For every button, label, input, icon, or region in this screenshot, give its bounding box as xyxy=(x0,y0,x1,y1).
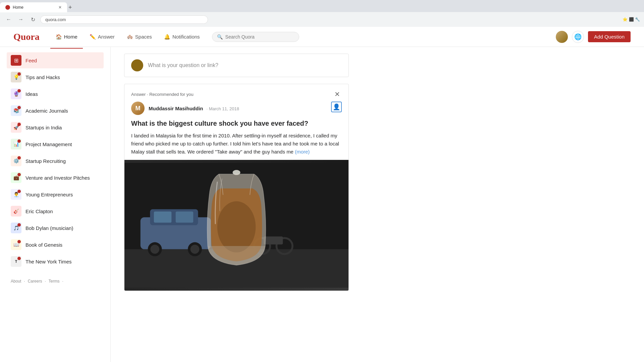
answer-close-button[interactable]: ✕ xyxy=(332,89,342,99)
sidebar-item-recruiting[interactable]: ⚙️ Startup Recruiting xyxy=(7,153,104,169)
answer-type-label: Answer · Recommended for you xyxy=(131,92,194,97)
feed-icon: ⊞ xyxy=(11,55,21,66)
young-entrepreneurs-icon: 👨‍💼 xyxy=(11,189,21,200)
footer-separator2: · xyxy=(45,279,46,284)
sidebar-item-eric-clapton[interactable]: 🎸 Eric Clapton xyxy=(7,203,104,219)
svg-rect-4 xyxy=(154,212,171,223)
answer-author-details: Muddassir Masihuddin · March 11, 2018 xyxy=(149,106,239,111)
sidebar-ideas-label: Ideas xyxy=(25,91,38,97)
globe-icon: 🌐 xyxy=(574,33,582,41)
browser-actions: ⭐ ⬛ 🔧 xyxy=(623,17,640,22)
quora-logo[interactable]: Quora xyxy=(13,32,40,42)
footer-separator1: · xyxy=(24,279,25,284)
follow-icon: 👤 xyxy=(333,103,340,111)
answer-author-name[interactable]: Muddassir Masihuddin xyxy=(149,106,203,111)
sidebar-genesis-label: Book of Genesis xyxy=(25,242,62,248)
footer-about[interactable]: About xyxy=(11,279,21,284)
language-button[interactable]: 🌐 xyxy=(572,31,584,43)
nav-notifications-label: Notifications xyxy=(172,34,200,40)
tips-hacks-icon: 💡 xyxy=(11,72,21,82)
main-layout: ⊞ Feed 💡 Tips and Hacks 🔮 xyxy=(0,47,644,362)
browser-action-icons: ⭐ ⬛ 🔧 xyxy=(623,17,640,22)
search-icon: 🔍 xyxy=(217,34,223,40)
eric-clapton-icon: 🎸 xyxy=(11,206,21,217)
bell-icon: 🔔 xyxy=(164,34,170,40)
nav-answer-label: Answer xyxy=(98,34,115,40)
sidebar-item-feed[interactable]: ⊞ Feed xyxy=(7,52,104,68)
answer-more-link[interactable]: (more) xyxy=(295,149,310,155)
browser-tab[interactable]: Home ✕ xyxy=(0,2,67,12)
answer-author-avatar: M xyxy=(131,102,145,115)
add-question-button[interactable]: Add Question xyxy=(588,31,631,42)
forward-button[interactable]: → xyxy=(16,15,25,24)
footer-terms[interactable]: Terms xyxy=(49,279,60,284)
svg-rect-12 xyxy=(264,236,283,244)
startups-icon: 🚀 xyxy=(11,122,21,133)
sidebar-startups-label: Startups in India xyxy=(25,125,62,130)
back-button[interactable]: ← xyxy=(4,15,13,24)
nav-home[interactable]: 🏠 Home xyxy=(50,31,83,43)
sidebar-footer: About · Careers · Terms · xyxy=(7,276,104,286)
tab-favicon xyxy=(5,5,10,10)
sidebar-item-ideas[interactable]: 🔮 Ideas xyxy=(7,86,104,102)
answer-author-info: M Muddassir Masihuddin · March 11, 2018 xyxy=(131,102,239,115)
user-avatar-button[interactable] xyxy=(556,31,568,43)
new-tab-button[interactable]: + xyxy=(68,4,72,11)
sidebar-tips-label: Tips and Hacks xyxy=(25,74,60,80)
svg-rect-5 xyxy=(176,212,193,223)
sidebar-eric-label: Eric Clapton xyxy=(25,208,53,214)
sidebar-item-young-entrepreneurs[interactable]: 👨‍💼 Young Entrepreneurs xyxy=(7,186,104,202)
refresh-button[interactable]: ↻ xyxy=(28,15,38,24)
nyt-icon: T xyxy=(11,256,21,267)
svg-point-14 xyxy=(217,201,256,252)
nav-answer[interactable]: ✏️ Answer xyxy=(84,31,120,43)
answer-follow-button[interactable]: 👤 xyxy=(331,102,342,112)
footer-links: About · Careers · Terms · xyxy=(11,279,100,284)
academic-icon: 📚 xyxy=(11,105,21,116)
svg-point-7 xyxy=(150,245,159,254)
answer-image-svg xyxy=(124,160,348,291)
sidebar: ⊞ Feed 💡 Tips and Hacks 🔮 xyxy=(0,47,111,362)
answer-icon: ✏️ xyxy=(90,34,96,40)
post-question-box[interactable]: What is your question or link? xyxy=(124,54,349,77)
footer-separator3: · xyxy=(62,279,63,284)
venture-icon: 💼 xyxy=(11,172,21,183)
answer-card: Answer · Recommended for you ✕ M Muddass… xyxy=(124,84,349,291)
answer-text: I landed in Malaysia for the first time … xyxy=(124,132,348,160)
search-input[interactable] xyxy=(225,34,294,40)
sidebar-venture-label: Venture and Investor Pitches xyxy=(25,175,90,181)
footer-careers[interactable]: Careers xyxy=(28,279,42,284)
ideas-icon: 🔮 xyxy=(11,88,21,99)
sidebar-item-book-genesis[interactable]: 📖 Book of Genesis xyxy=(7,237,104,253)
header-nav: 🏠 Home ✏️ Answer 🏘️ Spaces 🔔 Notificatio… xyxy=(50,31,205,43)
sidebar-recruiting-label: Startup Recruiting xyxy=(25,158,66,164)
post-author-avatar xyxy=(131,59,143,71)
sidebar-item-bob-dylan[interactable]: 🎵 Bob Dylan (musician) xyxy=(7,220,104,236)
url-text: quora.com xyxy=(45,17,66,22)
sidebar-item-nyt[interactable]: T The New York Times xyxy=(7,253,104,269)
nav-notifications[interactable]: 🔔 Notifications xyxy=(159,31,205,43)
sidebar-item-tips-hacks[interactable]: 💡 Tips and Hacks xyxy=(7,69,104,85)
tab-close-button[interactable]: ✕ xyxy=(58,5,62,10)
svg-point-9 xyxy=(191,245,200,254)
sidebar-item-project-mgmt[interactable]: 📊 Project Management xyxy=(7,136,104,152)
answer-question[interactable]: What is the biggest culture shock you ha… xyxy=(124,119,348,132)
address-bar[interactable]: quora.com xyxy=(40,15,208,24)
header-right: 🌐 Add Question xyxy=(556,31,631,43)
sidebar-item-startups[interactable]: 🚀 Startups in India xyxy=(7,119,104,135)
answer-author-date: · March 11, 2018 xyxy=(206,106,239,111)
sidebar-young-entrepreneurs-label: Young Entrepreneurs xyxy=(25,192,73,197)
sidebar-item-academic[interactable]: 📚 Academic Journals xyxy=(7,103,104,119)
post-question-placeholder: What is your question or link? xyxy=(148,62,218,68)
nav-spaces-label: Spaces xyxy=(135,34,152,40)
answer-image xyxy=(124,160,348,291)
sidebar-item-venture[interactable]: 💼 Venture and Investor Pitches xyxy=(7,170,104,186)
content-area: What is your question or link? Answer · … xyxy=(111,47,362,362)
recruiting-icon: ⚙️ xyxy=(11,156,21,166)
tab-title: Home xyxy=(13,5,23,10)
header-search: 🔍 xyxy=(212,32,299,42)
nav-home-label: Home xyxy=(64,34,77,40)
nav-spaces[interactable]: 🏘️ Spaces xyxy=(121,31,157,43)
sidebar-academic-label: Academic Journals xyxy=(25,108,68,114)
home-icon: 🏠 xyxy=(56,34,62,40)
